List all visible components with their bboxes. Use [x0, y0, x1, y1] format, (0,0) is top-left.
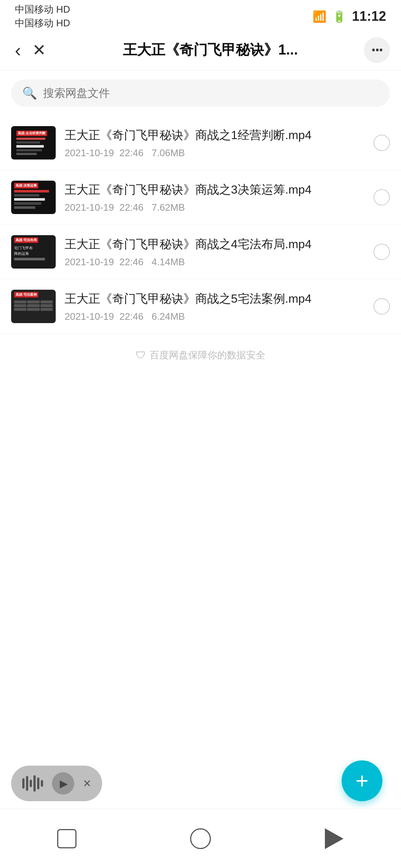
circle-icon — [190, 828, 211, 849]
file-thumbnail-3: 高战·宅法布局 宅门飞甲布阵的运筹 — [11, 235, 56, 269]
list-item[interactable]: 高战·宅法案例 王大正《奇门飞甲秘诀》商战之5宅法案例.mp4 2021-10-… — [0, 279, 401, 334]
file-meta-4: 2021-10-19 22:46 6.24MB — [65, 311, 365, 322]
file-name-1: 王大正《奇门飞甲秘诀》商战之1经营判断.mp4 — [65, 127, 365, 144]
file-info-1: 王大正《奇门飞甲秘诀》商战之1经营判断.mp4 2021-10-19 22:46… — [65, 127, 365, 159]
search-container: 🔍 — [0, 70, 401, 116]
search-box[interactable]: 🔍 — [11, 79, 390, 107]
file-thumbnail-2: 高战·决策运筹 — [11, 181, 56, 214]
security-text: 百度网盘保障你的数据安全 — [150, 349, 265, 362]
nav-recent-button[interactable] — [312, 824, 356, 854]
nav-home-button[interactable] — [45, 824, 89, 854]
file-list: 高战·企业经营判断 王大正《奇门飞甲秘诀》商战之1经营判断.mp4 2021-1… — [0, 116, 401, 334]
list-item[interactable]: 高战·企业经营判断 王大正《奇门飞甲秘诀》商战之1经营判断.mp4 2021-1… — [0, 116, 401, 170]
status-right-area: 📶 🔋 11:12 — [313, 9, 386, 24]
file-select-3[interactable] — [374, 244, 390, 260]
file-name-3: 王大正《奇门飞甲秘诀》商战之4宅法布局.mp4 — [65, 236, 365, 253]
battery-icon: 🔋 — [332, 10, 346, 23]
bottom-navigation — [0, 809, 401, 868]
more-button[interactable]: ··· — [364, 37, 390, 63]
bluetooth-icon: 📶 — [313, 10, 326, 23]
file-meta-1: 2021-10-19 22:46 7.06MB — [65, 147, 365, 159]
file-select-4[interactable] — [374, 298, 390, 315]
file-name-2: 王大正《奇门飞甲秘诀》商战之3决策运筹.mp4 — [65, 181, 365, 198]
triangle-icon — [325, 828, 343, 849]
waveform-icon — [22, 775, 43, 792]
file-thumbnail-4: 高战·宅法案例 — [11, 290, 56, 323]
play-icon: ▶ — [60, 777, 68, 790]
status-bar: 中国移动 HD 中国移动 HD 📶 🔋 11:12 — [0, 0, 401, 30]
play-button[interactable]: ▶ — [52, 772, 74, 795]
back-button[interactable]: ‹ — [11, 36, 25, 65]
search-icon: 🔍 — [22, 86, 37, 100]
file-info-2: 王大正《奇门飞甲秘诀》商战之3决策运筹.mp4 2021-10-19 22:46… — [65, 181, 365, 213]
nav-bar: ‹ ✕ 王大正《奇门飞甲秘诀》1... ··· — [0, 30, 401, 70]
page-title: 王大正《奇门飞甲秘诀》1... — [57, 40, 364, 59]
square-icon — [57, 829, 76, 848]
nav-back-button[interactable] — [178, 824, 223, 854]
file-select-2[interactable] — [374, 189, 390, 206]
status-carrier-area: 中国移动 HD 中国移动 HD — [15, 3, 70, 30]
player-close-button[interactable]: × — [83, 776, 91, 791]
media-player-bar: ▶ × — [11, 766, 102, 801]
file-name-4: 王大正《奇门飞甲秘诀》商战之5宅法案例.mp4 — [65, 290, 365, 307]
carrier-1: 中国移动 HD — [15, 3, 70, 16]
close-button[interactable]: ✕ — [29, 37, 50, 63]
list-item[interactable]: 高战·宅法布局 宅门飞甲布阵的运筹 王大正《奇门飞甲秘诀》商战之4宅法布局.mp… — [0, 225, 401, 279]
shield-icon: 🛡 — [136, 349, 146, 361]
list-item[interactable]: 高战·决策运筹 王大正《奇门飞甲秘诀》商战之3决策运筹.mp4 2021-10-… — [0, 170, 401, 225]
status-time: 11:12 — [352, 9, 386, 24]
search-input[interactable] — [43, 87, 379, 99]
add-icon: + — [355, 770, 368, 792]
file-thumbnail-1: 高战·企业经营判断 — [11, 126, 56, 160]
file-info-3: 王大正《奇门飞甲秘诀》商战之4宅法布局.mp4 2021-10-19 22:46… — [65, 236, 365, 268]
fab-add-button[interactable]: + — [342, 760, 382, 801]
carrier-2: 中国移动 HD — [15, 17, 70, 30]
file-meta-2: 2021-10-19 22:46 7.62MB — [65, 202, 365, 213]
file-select-1[interactable] — [374, 135, 390, 151]
security-notice: 🛡 百度网盘保障你的数据安全 — [0, 334, 401, 377]
file-info-4: 王大正《奇门飞甲秘诀》商战之5宅法案例.mp4 2021-10-19 22:46… — [65, 290, 365, 322]
file-meta-3: 2021-10-19 22:46 4.14MB — [65, 256, 365, 268]
